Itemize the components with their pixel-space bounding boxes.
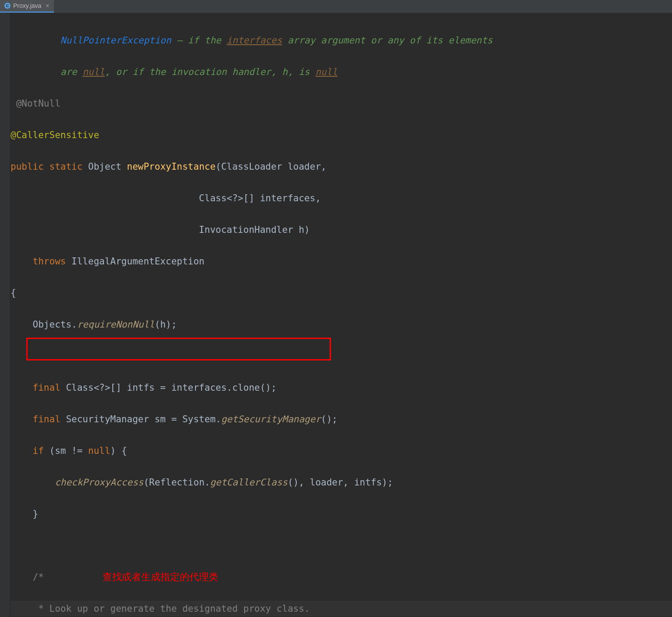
params: (ClassLoader loader, xyxy=(216,161,327,172)
code-line: are null, or if the invocation handler, … xyxy=(11,64,672,80)
code: (Reflection. xyxy=(143,477,210,488)
brace: { xyxy=(11,288,16,298)
code-line: InvocationHandler h) xyxy=(11,222,672,238)
code: (sm != xyxy=(44,446,88,456)
type: IllegalArgumentException xyxy=(66,256,204,267)
method-call: getSecurityManager xyxy=(221,414,321,424)
javadoc-param: interfaces xyxy=(227,35,282,46)
tab-filename: Proxy.java xyxy=(13,2,41,9)
code: (), loader, intfs); xyxy=(288,477,393,488)
code-line: @NotNull xyxy=(11,96,672,111)
code-line: NullPointerException – if the interfaces… xyxy=(11,32,672,48)
code-line: { xyxy=(11,285,672,301)
code-line: } xyxy=(11,506,672,522)
code: Class<?>[] intfs = interfaces.clone(); xyxy=(60,382,277,393)
blank-line xyxy=(11,538,672,553)
javadoc-text: – if the xyxy=(171,35,227,46)
annotation-overlay: 查找或者生成指定的代理类 xyxy=(103,569,218,585)
method-name: newProxyInstance xyxy=(127,161,216,172)
keyword: final xyxy=(11,382,60,393)
code-line: final SecurityManager sm = System.getSec… xyxy=(11,411,672,427)
javadoc-link: NullPointerException xyxy=(60,35,171,46)
javadoc-text: are xyxy=(60,67,83,77)
brace: } xyxy=(11,509,38,519)
code: SecurityManager sm = System. xyxy=(60,414,221,424)
keyword: public xyxy=(11,161,44,172)
code: (h); xyxy=(155,319,177,330)
class-icon: C xyxy=(4,3,11,9)
keyword: null xyxy=(88,446,110,456)
annotation-callersensitive: @CallerSensitive xyxy=(11,130,99,140)
tab-bar: C Proxy.java × xyxy=(0,0,672,13)
code-line: /*查找或者生成指定的代理类 xyxy=(11,569,672,585)
close-icon[interactable]: × xyxy=(46,2,49,9)
code-line: Objects.requireNonNull(h); xyxy=(11,317,672,332)
code: (); xyxy=(321,414,338,424)
annotation-notnull: @NotNull xyxy=(11,98,60,109)
method-call: requireNonNull xyxy=(77,319,155,330)
code-line: Class<?>[] interfaces, xyxy=(11,190,672,206)
keyword: throws xyxy=(11,256,66,267)
keyword: static xyxy=(44,161,83,172)
file-tab-proxy-java[interactable]: C Proxy.java × xyxy=(0,0,54,13)
code-line: @CallerSensitive xyxy=(11,127,672,143)
code-line-highlighted: * Look up or generate the designated pro… xyxy=(11,601,672,617)
code: Objects. xyxy=(11,319,77,330)
javadoc-param: null xyxy=(82,67,105,77)
javadoc-text: array argument or any of its elements xyxy=(282,35,493,46)
comment: * Look up or generate the designated pro… xyxy=(11,603,310,614)
highlight-box xyxy=(26,338,331,360)
code-editor[interactable]: NullPointerException – if the interfaces… xyxy=(0,13,672,617)
code-line: if (sm != null) { xyxy=(11,443,672,459)
javadoc-text: , or if the invocation handler, h, is xyxy=(105,67,315,77)
code-line: final Class<?>[] intfs = interfaces.clon… xyxy=(11,380,672,396)
method-call: checkProxyAccess xyxy=(55,477,143,488)
params: InvocationHandler h) xyxy=(11,225,310,235)
code-line: throws IllegalArgumentException xyxy=(11,253,672,269)
params: Class<?>[] interfaces, xyxy=(11,193,321,203)
code: ) { xyxy=(110,446,127,456)
javadoc-param: null xyxy=(315,67,338,77)
keyword: final xyxy=(11,414,60,424)
code-line: public static Object newProxyInstance(Cl… xyxy=(11,159,672,175)
type: Object xyxy=(82,161,127,172)
code xyxy=(11,477,55,488)
keyword: if xyxy=(11,446,44,456)
comment: /* xyxy=(11,572,44,582)
code-line: checkProxyAccess(Reflection.getCallerCla… xyxy=(11,474,672,490)
method-call: getCallerClass xyxy=(210,477,288,488)
